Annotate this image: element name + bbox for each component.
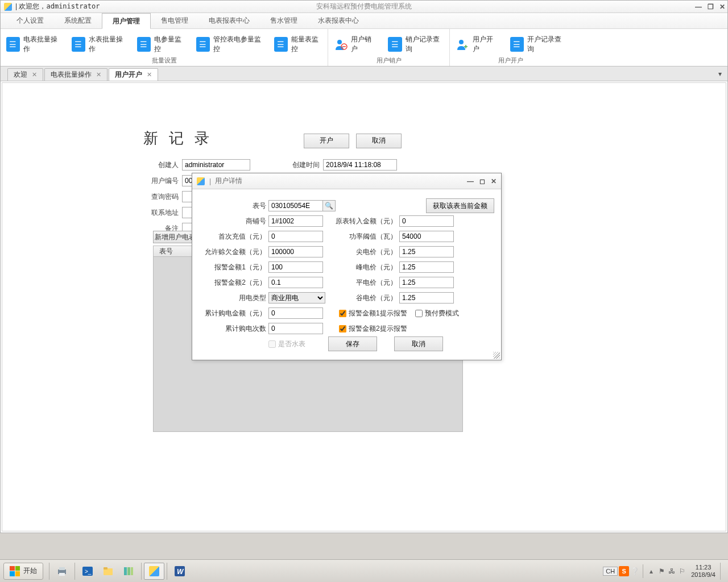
close-icon[interactable]: ✕ — [147, 71, 152, 78]
minimize-button[interactable]: — — [695, 3, 702, 11]
resize-grip[interactable] — [493, 352, 500, 359]
tabs-dropdown[interactable]: ▾ — [718, 70, 722, 78]
meter-search-button[interactable]: 🔍 — [323, 200, 336, 211]
alarm1-field[interactable] — [268, 261, 323, 273]
language-indicator[interactable]: CH — [603, 567, 618, 576]
ribbon-open-account[interactable]: 用户开户 — [450, 32, 504, 56]
tray-flag-icon[interactable]: ⚐ — [677, 567, 686, 576]
ime-icon[interactable]: S — [619, 566, 629, 576]
tray-network-icon[interactable]: 🖧 — [667, 567, 676, 576]
creator-label: 创建人 — [143, 160, 179, 170]
ribbon-group3-label: 用户开户 — [450, 56, 572, 66]
close-button[interactable]: ✕ — [719, 3, 725, 11]
cancel-button[interactable]: 取消 — [356, 134, 402, 148]
totalcnt-field[interactable] — [268, 323, 323, 334]
taskbar-printer[interactable] — [52, 563, 72, 580]
prepaid-chk[interactable]: 预付费模式 — [415, 309, 459, 318]
ribbon-open-records[interactable]: ☰开户记录查询 — [504, 32, 572, 56]
menu-water-report[interactable]: 水表报表中心 — [308, 13, 369, 28]
save-button[interactable]: 保存 — [328, 336, 377, 351]
dialog-cancel-button[interactable]: 取消 — [394, 336, 443, 351]
start-button[interactable]: 开始 — [3, 563, 43, 580]
alarm1-label: 报警金额1（元） — [199, 263, 266, 272]
show-desktop-button[interactable] — [720, 563, 725, 580]
taskbar-powershell[interactable]: >_ — [77, 563, 98, 580]
ribbon-elec-monitor[interactable]: ☰电参量监控 — [131, 32, 191, 56]
ribbon-close-account[interactable]: 用户销户 — [328, 32, 382, 56]
totalamt-field[interactable] — [268, 307, 323, 319]
shop-field[interactable] — [268, 215, 323, 227]
ribbon-water-batch[interactable]: ☰水表批量操作 — [66, 32, 131, 56]
ribbon-close-records[interactable]: ☰销户记录查询 — [382, 32, 449, 56]
open-account-button[interactable]: 开户 — [304, 134, 349, 148]
taskbar-libraries[interactable] — [118, 563, 139, 580]
clock[interactable]: 11:23 2018/9/4 — [688, 564, 719, 579]
add-meter-button[interactable]: 新增用户电表 — [153, 231, 197, 243]
peak-price-field[interactable] — [399, 261, 454, 273]
menu-sell-elec[interactable]: 售电管理 — [151, 13, 198, 28]
taskbar-explorer[interactable] — [98, 563, 118, 580]
tab-elec-batch[interactable]: 电表批量操作✕ — [44, 68, 107, 81]
maximize-button[interactable]: ❐ — [708, 3, 714, 11]
taskbar-app[interactable] — [144, 563, 164, 580]
list-icon: ☰ — [137, 37, 151, 52]
menu-user-mgmt[interactable]: 用户管理 — [102, 13, 151, 29]
type-select[interactable]: 商业用电 — [268, 292, 325, 304]
menu-system[interactable]: 系统配置 — [54, 13, 102, 28]
orig-field[interactable] — [399, 215, 454, 227]
totalamt-label: 累计购电金额（元） — [199, 309, 266, 318]
tab-open-account[interactable]: 用户开户✕ — [109, 68, 158, 81]
taskbar: 开始 >_ W CH S ❔ ▴ ⚑ 🖧 ⚐ 11:23 2018/9/4 — [0, 559, 728, 582]
ribbon-elec-batch[interactable]: ☰电表批量操作 — [1, 32, 66, 56]
ribbon-control-monitor[interactable]: ☰管控表电参量监控 — [191, 32, 268, 56]
arrear-field[interactable] — [268, 246, 323, 257]
flat-price-field[interactable] — [399, 277, 454, 288]
peak-label: 峰电价（元） — [336, 263, 397, 272]
water-meter-chk[interactable]: 是否水表 — [268, 339, 305, 349]
valley-price-field[interactable] — [399, 292, 454, 304]
dialog-titlebar: | 用户详情 — ◻ ✕ — [192, 173, 501, 189]
list-icon: ☰ — [6, 37, 20, 52]
created-field[interactable] — [323, 159, 397, 171]
close-icon[interactable]: ✕ — [96, 71, 101, 78]
svg-text:W: W — [177, 568, 184, 576]
dialog-minimize[interactable]: — — [467, 177, 474, 185]
tray-action-icon[interactable]: ⚑ — [657, 567, 666, 576]
alarm2-label: 报警金额2（元） — [199, 278, 266, 288]
welcome-text: 欢迎您， — [19, 2, 46, 10]
fetch-amount-button[interactable]: 获取该表当前金额 — [426, 198, 494, 213]
menu-elec-report[interactable]: 电表报表中心 — [198, 13, 260, 28]
alarm1-chk[interactable]: 报警金额1提示报警 — [339, 309, 407, 318]
menu-sell-water[interactable]: 售水管理 — [260, 13, 308, 28]
person-minus-icon — [334, 37, 348, 52]
svg-text:>_: >_ — [85, 568, 92, 575]
ribbon-energy-monitor[interactable]: ☰能量表监控 — [268, 32, 328, 56]
menu-personal[interactable]: 个人设置 — [6, 13, 54, 28]
tab-welcome[interactable]: 欢迎✕ — [7, 68, 43, 81]
svg-rect-15 — [131, 567, 133, 575]
alarm2-field[interactable] — [268, 277, 323, 288]
titlebar: | 欢迎您，administrator 安科瑞远程预付费电能管理系统 — ❐ ✕ — [1, 1, 727, 13]
first-recharge-field[interactable] — [268, 231, 323, 242]
alarm2-chk[interactable]: 报警金额2提示报警 — [339, 324, 407, 334]
power-field[interactable] — [399, 231, 454, 242]
creator-field[interactable] — [182, 159, 250, 171]
menubar: 个人设置 系统配置 用户管理 售电管理 电表报表中心 售水管理 水表报表中心 — [1, 13, 727, 29]
shop-label: 商铺号 — [199, 217, 266, 226]
help-icon[interactable]: ❔ — [630, 567, 639, 576]
search-icon: 🔍 — [325, 202, 333, 210]
close-icon[interactable]: ✕ — [32, 71, 37, 78]
svg-point-0 — [337, 40, 342, 44]
orig-label: 原表转入金额（元） — [336, 217, 397, 226]
tray-chevron[interactable]: ▴ — [647, 567, 656, 576]
form-title: 新 记 录 — [143, 128, 213, 148]
taskbar-word[interactable]: W — [169, 563, 190, 580]
ribbon: ☰电表批量操作 ☰水表批量操作 ☰电参量监控 ☰管控表电参量监控 ☰能量表监控 … — [1, 29, 727, 66]
dialog-maximize[interactable]: ◻ — [479, 177, 485, 185]
windows-logo-icon — [10, 566, 20, 576]
tip-price-field[interactable] — [399, 246, 454, 257]
flat-label: 平电价（元） — [336, 278, 397, 288]
meter-field[interactable] — [268, 200, 323, 211]
dialog-title: 用户详情 — [215, 176, 242, 186]
dialog-close[interactable]: ✕ — [491, 177, 497, 185]
